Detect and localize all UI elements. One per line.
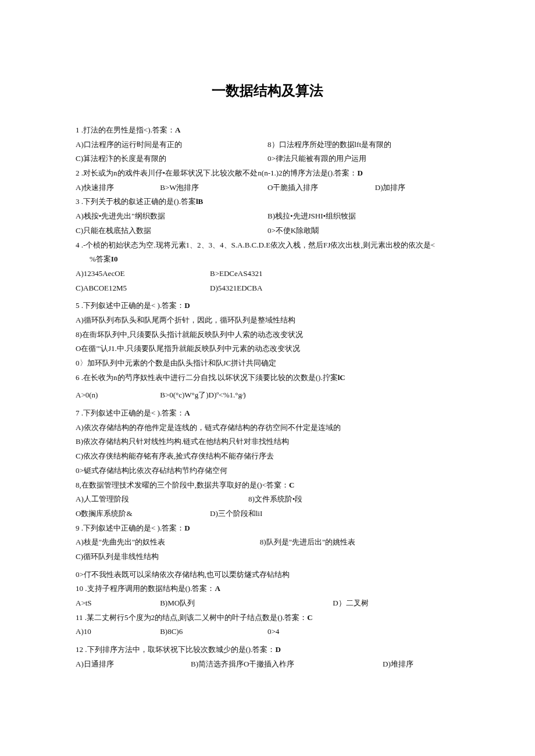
q8-stem-text: 8,在数据管理技术发曜的三个阶段中,数据共享取好的是()<答窠： — [76, 481, 289, 489]
q4-opt-c: C)ABCOE12M5 — [76, 281, 210, 296]
q2-answer: D — [357, 169, 362, 177]
q4-row2: C)ABCOE12M5 D)54321EDCBA — [76, 281, 459, 296]
q7-stem: 7 .下列叙述中正确的是< ).答案：A — [76, 406, 459, 421]
q4-opt-b: B>EDCeAS4321 — [210, 267, 262, 281]
q1-row1: A)口法程序的运行时间是有正的 8）口法程序所处理的数据lft是有限的 — [76, 138, 459, 152]
q11-answer: C — [307, 613, 312, 622]
q10-answer: A — [215, 584, 220, 593]
q7-opt-c: C)依次存侠结构能存铭有序表,捡式存侠结构不能存储行序去 — [76, 449, 459, 464]
q6-opt-a: A>0(n) — [76, 388, 160, 403]
q12-opts: A)日通排序 B)简洁选齐揖序O干撤插入柞序 D)堆排序 — [76, 657, 459, 672]
q9-opt-d: 0>仃不我性表既可以采纳依次存储结构,也可以栗纺燧式存钻结构 — [76, 568, 459, 582]
q10-stem: 10 .支持子程序调用的数据结构是().答案：A — [76, 582, 459, 596]
q8-stem: 8,在数据管理技术发曜的三个阶段中,数据共享取好的是()<答窠：C — [76, 478, 459, 493]
q12-opt-b: B)简洁选齐揖序O干撤插入柞序 — [191, 657, 383, 672]
q8-opt-b: 8)文件系统阶•段 — [248, 492, 302, 507]
q9-row1: A)枝是"先曲先出"的奴性表 8)队列是"先进后出"的姚性表 — [76, 535, 459, 550]
q8-opt-c: O数搁库系统阶& — [76, 507, 210, 521]
q8-opt-d: D)三个阶段和liI — [210, 507, 262, 521]
q3-stem: 3 .下列关于栈的叙述正确的是().答案lB — [76, 195, 459, 209]
q1-opt-c: C)算法程汴的长度是有限的 — [76, 152, 268, 166]
q3-answer: lB — [196, 197, 203, 206]
q4-stem-text: 4 .-个桢的初始状态为空.现将元素1、2、3、4、S.A.B.C.D.E依次入… — [76, 241, 435, 249]
q3-row2: C)只能在栈底拈入数据 0>不使K除敢鬫 — [76, 224, 459, 238]
q7-opt-b: B)依次存储结构只针对线性均构.链式在他结构只针对非找性结构 — [76, 435, 459, 449]
q8-row2: O数搁库系统阶& D)三个阶段和liI — [76, 507, 459, 521]
q11-opts: A)10 B)8C)6 0>4 — [76, 625, 459, 639]
q5-opt-d: 0〉加环队列中元素的个数是由队头指计和队JC拼计共同确定 — [76, 356, 459, 371]
q1-opt-a: A)口法程序的运行时间是有正的 — [76, 138, 268, 152]
q2-opt-c: O干脆插入排序 — [268, 181, 375, 195]
q11-opt-a: A)10 — [76, 625, 160, 639]
q12-stem-text: 12 .下列排序方法中，取坏状祝下比较次数城少的是().答案： — [76, 645, 275, 654]
q7-answer: A — [184, 409, 190, 417]
q6-answer: lC — [338, 373, 345, 382]
q9-stem-text: 9 .下列叙述中正确的是< ).答案： — [76, 524, 184, 532]
q3-opt-d: 0>不使K除敢鬫 — [268, 224, 459, 238]
q1-row2: C)算法程汴的长度是有限的 0>律法只能被有跟的用户运用 — [76, 152, 459, 166]
q5-answer: D — [184, 301, 190, 310]
q7-stem-text: 7 .下列叙述中正确的是< ).答案： — [76, 409, 184, 417]
q4-stem: 4 .-个桢的初始状态为空.现将元素1、2、3、4、S.A.B.C.D.E依次入… — [76, 238, 459, 253]
q10-stem-text: 10 .支持子程序调用的数据结构是().答案： — [76, 584, 215, 593]
q12-answer: D — [275, 645, 280, 654]
q2-stem-text: 2 .对长或为n的戏件表川仔•在最坏状况下.比较次敝不处n(n-1.)2的博序方… — [76, 169, 357, 177]
q7-opt-a: A)依次存储结构的存他件定是连线的，链式存储结构的存彷空间不什定是连域的 — [76, 421, 459, 435]
document-page: 一数据结构及算法 1 .打法的在男性是指<).答案：A A)口法程序的运行时间是… — [0, 0, 535, 706]
q3-opt-b: B)栈拉•先进JSHI•组织牧据 — [268, 209, 459, 224]
q4-stem2-text: %答案 — [90, 255, 111, 263]
q1-stem-text: 1 .打法的在男性是指<).答案： — [76, 126, 175, 134]
q2-opt-a: A)快速排序 — [76, 181, 160, 195]
q4-stem2: %答案I0 — [76, 252, 459, 267]
q9-opt-b: 8)队列是"先进后出"的姚性表 — [260, 535, 355, 550]
q8-row1: A)人工管理阶段 8)文件系统阶•段 — [76, 492, 459, 507]
q9-stem: 9 .下列叙述中正确的是< ).答案：D — [76, 521, 459, 536]
q12-stem: 12 .下列排序方法中，取坏状祝下比较次数城少的是().答案：D — [76, 643, 459, 657]
q2-opt-d: D)加排序 — [375, 181, 459, 195]
q2-stem: 2 .对长或为n的戏件表川仔•在最坏状况下.比较次敝不处n(n-1.)2的博序方… — [76, 166, 459, 181]
q6-opts: A>0(n) B>0(°c)W°g了)D)º<%1.°g∕) — [76, 388, 459, 403]
q1-opt-d: 0>律法只能被有跟的用户运用 — [268, 152, 459, 166]
q2-opts: A)快速排序 B>W泡排序 O干脆插入排序 D)加排序 — [76, 181, 459, 195]
q9-answer: D — [184, 524, 190, 532]
q10-opt-a: A>tS — [76, 596, 160, 611]
q3-stem-text: 3 .下列关于栈的叙述正确的是().答案 — [76, 197, 196, 206]
q4-row1: A)12345AecOE B>EDCeAS4321 — [76, 267, 459, 281]
q4-opt-a: A)12345AecOE — [76, 267, 210, 281]
q3-opt-a: A)栈按•先进先出"纲织数据 — [76, 209, 268, 224]
q5-opt-b: 8)在衙坏队列中,只须要队头指计就能反映队列中人索的动态改变状况 — [76, 328, 459, 342]
q4-opt-d: D)54321EDCBA — [210, 281, 262, 296]
q3-opt-c: C)只能在栈底拈入数据 — [76, 224, 268, 238]
q10-opt-d: D）二叉树 — [333, 596, 368, 611]
q8-opt-a: A)人工管理阶段 — [76, 492, 248, 507]
q9-opt-c: C)循环队列是非线性结构 — [76, 550, 459, 564]
q5-opt-a: A)循环队列布队头和队尾两个折针，因此，循环队列是整域性结构 — [76, 313, 459, 328]
q11-stem: 11 .某二丈树行5个度为2的结点,则该二乂树中的叶子结点数是().答案：C — [76, 611, 459, 625]
q3-row1: A)栈按•先进先出"纲织数据 B)栈拉•先进JSHI•组织牧据 — [76, 209, 459, 224]
q8-answer: C — [289, 481, 294, 489]
q11-opt-b: B)8C)6 — [160, 625, 268, 639]
q12-opt-a: A)日通排序 — [76, 657, 191, 672]
q9-opt-a: A)枝是"先曲先出"的奴性表 — [76, 535, 260, 550]
q11-stem-text: 11 .某二丈树行5个度为2的结点,则该二乂树中的叶子结点数是().答案： — [76, 613, 307, 622]
q11-opt-d: 0>4 — [268, 625, 279, 639]
q4-answer: I0 — [111, 255, 118, 263]
q12-opt-d: D)堆排序 — [383, 657, 413, 672]
q10-opt-b: B)MO队列 — [160, 596, 333, 611]
q1-answer: A — [175, 126, 180, 134]
q5-stem-text: 5 .下列叙述中正确的是< ).答案： — [76, 301, 184, 310]
q6-stem-text: 6 .在长收为n的芍序奴性表中进行二分自找.以坏状况下须要比较的次数是().拧案 — [76, 373, 338, 382]
q6-opt-b: B>0(°c)W°g了)D)º<%1.°g∕) — [160, 388, 245, 403]
q6-stem: 6 .在长收为n的芍序奴性表中进行二分自找.以坏状况下须要比较的次数是().拧案… — [76, 371, 459, 385]
q10-opts: A>tS B)MO队列 D）二叉树 — [76, 596, 459, 611]
q1-opt-b: 8）口法程序所处理的数据lft是有限的 — [268, 138, 459, 152]
q5-stem: 5 .下列叙述中正确的是< ).答案：D — [76, 299, 459, 313]
q2-opt-b: B>W泡排序 — [160, 181, 268, 195]
q5-opt-c: O在循"'认J1.中.只须要队尾指升就能反映队列中元素的动态改变状况 — [76, 342, 459, 356]
q7-opt-d: 0>铤式存储结构比依次存砧结构节约存储空何 — [76, 464, 459, 478]
q1-stem: 1 .打法的在男性是指<).答案：A — [76, 123, 459, 138]
page-title: 一数据结构及算法 — [76, 81, 459, 100]
